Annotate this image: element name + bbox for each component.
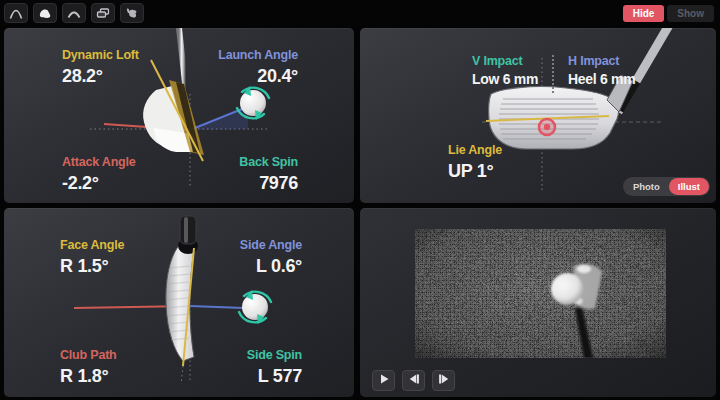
metric-label: Back Spin (239, 155, 298, 171)
metric-v-impact: V Impact Low 6 mm (472, 53, 538, 88)
step-back-icon (408, 373, 420, 388)
monitor-button[interactable] (91, 3, 115, 23)
impact-readouts: V Impact Low 6 mm H Impact Heel 6 mm (472, 53, 635, 93)
metric-back-spin: Back Spin 7976 (239, 155, 298, 194)
camera-video-image (415, 229, 666, 358)
video-panel (360, 208, 716, 397)
photo-button[interactable]: Photo (624, 178, 669, 195)
clubhead-button[interactable] (33, 3, 57, 23)
play-icon (378, 373, 390, 388)
metric-value: 7976 (239, 172, 298, 195)
video-controls (372, 370, 455, 391)
top-toolbar: Hide Show (0, 0, 720, 26)
metric-label: Launch Angle (218, 48, 298, 64)
step-forward-icon (438, 373, 450, 388)
tool-button-group (4, 3, 144, 23)
step-forward-button[interactable] (432, 370, 455, 391)
camera-video-frame (415, 229, 666, 358)
metric-value: 28.2° (62, 65, 139, 88)
metric-face-angle: Face Angle R 1.5° (60, 238, 124, 277)
metric-value: L 577 (247, 365, 302, 388)
clubhead-icon (37, 6, 53, 20)
impact-face-panel: V Impact Low 6 mm H Impact Heel 6 mm Lie… (360, 28, 716, 203)
metric-value: Low 6 mm (472, 70, 538, 88)
metric-label: H Impact (568, 53, 635, 69)
metric-value: -2.2° (62, 172, 136, 195)
metric-value: 20.4° (218, 65, 298, 88)
illust-button[interactable]: Illust (669, 178, 709, 195)
hide-button[interactable]: Hide (623, 5, 665, 22)
hide-show-group: Hide Show (623, 5, 714, 22)
metric-label: Attack Angle (62, 155, 136, 171)
metric-value: UP 1° (448, 160, 502, 183)
monitor-icon (95, 6, 111, 20)
metric-launch-angle: Launch Angle 20.4° (218, 48, 298, 87)
grip-icon (124, 6, 140, 20)
step-back-button[interactable] (402, 370, 425, 391)
club-side-panel: Dynamic Loft 28.2° Launch Angle 20.4° At… (4, 28, 354, 203)
metric-label: Club Path (60, 348, 117, 364)
club-top-panel: Face Angle R 1.5° Side Angle L 0.6° Club… (4, 208, 354, 397)
metric-label: Dynamic Loft (62, 48, 139, 64)
club-side-illustration (4, 28, 354, 203)
show-button[interactable]: Show (667, 5, 714, 22)
metric-label: Face Angle (60, 238, 124, 254)
metric-side-spin: Side Spin L 577 (247, 348, 302, 387)
play-button[interactable] (372, 370, 395, 391)
metric-value: R 1.5° (60, 255, 124, 278)
swing-arc-icon (66, 6, 82, 20)
metric-side-angle: Side Angle L 0.6° (240, 238, 302, 277)
metric-value: Heel 6 mm (568, 70, 635, 88)
metric-club-path: Club Path R 1.8° (60, 348, 117, 387)
metric-attack-angle: Attack Angle -2.2° (62, 155, 136, 194)
metric-dynamic-loft: Dynamic Loft 28.2° (62, 48, 139, 87)
metric-lie-angle: Lie Angle UP 1° (448, 143, 502, 182)
metric-label: Side Angle (240, 238, 302, 254)
trajectory-arc-button[interactable] (4, 3, 28, 23)
metric-value: R 1.8° (60, 365, 117, 388)
metric-label: V Impact (472, 53, 538, 69)
metric-label: Side Spin (247, 348, 302, 364)
photo-illust-toggle: Photo Illust (623, 177, 710, 196)
trajectory-arc-icon (8, 6, 24, 20)
metric-h-impact: H Impact Heel 6 mm (568, 53, 635, 88)
metric-label: Lie Angle (448, 143, 502, 159)
swing-arc-button[interactable] (62, 3, 86, 23)
grip-button[interactable] (120, 3, 144, 23)
impact-divider (552, 55, 554, 93)
metric-value: L 0.6° (240, 255, 302, 278)
